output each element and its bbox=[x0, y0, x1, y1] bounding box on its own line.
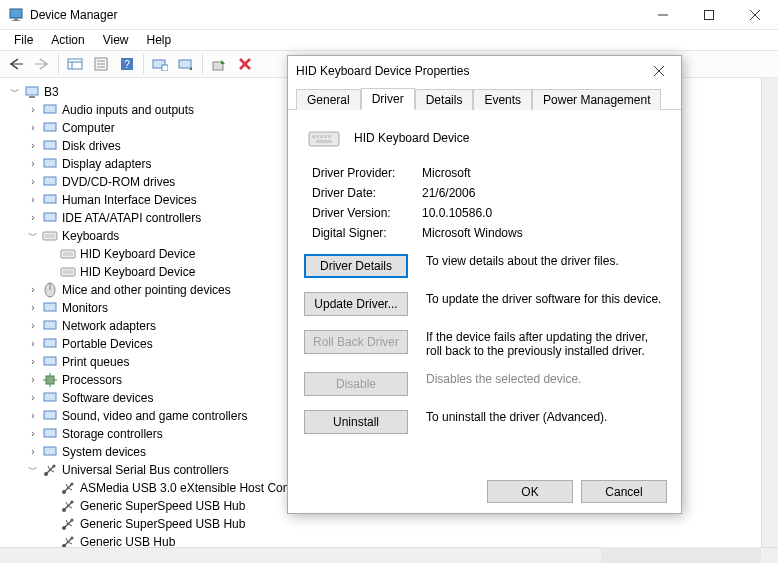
cancel-button[interactable]: Cancel bbox=[581, 480, 667, 503]
expand-icon[interactable]: › bbox=[26, 337, 40, 351]
collapse-icon[interactable]: ﹀ bbox=[26, 463, 40, 477]
usb-icon bbox=[60, 480, 76, 496]
device-category-icon bbox=[42, 354, 58, 370]
expand-icon[interactable]: › bbox=[26, 139, 40, 153]
tab-power-management[interactable]: Power Management bbox=[532, 89, 661, 110]
update-driver-button[interactable]: Update Driver... bbox=[304, 292, 408, 316]
enable-button[interactable] bbox=[207, 53, 231, 75]
menu-help[interactable]: Help bbox=[139, 31, 180, 49]
svg-rect-36 bbox=[61, 250, 75, 258]
expand-icon[interactable]: › bbox=[26, 103, 40, 117]
svg-rect-54 bbox=[44, 411, 56, 419]
expand-icon[interactable]: › bbox=[26, 301, 40, 315]
device-category-icon bbox=[42, 300, 58, 316]
svg-line-75 bbox=[68, 524, 72, 526]
tree-item[interactable]: Generic SuperSpeed USB Hub bbox=[44, 515, 761, 533]
expand-icon[interactable]: › bbox=[26, 373, 40, 387]
maximize-button[interactable] bbox=[686, 0, 732, 30]
svg-rect-1 bbox=[14, 18, 18, 20]
signer-label: Digital Signer: bbox=[312, 226, 422, 240]
minimize-button[interactable] bbox=[640, 0, 686, 30]
dialog-body: HID Keyboard Device Driver Provider:Micr… bbox=[288, 110, 681, 460]
tree-item-label: ASMedia USB 3.0 eXtensible Host Cont bbox=[80, 479, 293, 497]
svg-line-80 bbox=[68, 542, 72, 544]
menu-action[interactable]: Action bbox=[43, 31, 92, 49]
expand-icon[interactable]: › bbox=[26, 211, 40, 225]
tree-item-label: Display adapters bbox=[62, 155, 151, 173]
properties-button[interactable] bbox=[89, 53, 113, 75]
collapse-icon[interactable]: ﹀ bbox=[8, 85, 22, 99]
back-button[interactable] bbox=[4, 53, 28, 75]
expand-icon[interactable]: › bbox=[26, 175, 40, 189]
tree-item-label: Storage controllers bbox=[62, 425, 163, 443]
device-category-icon bbox=[42, 390, 58, 406]
uninstall-button[interactable] bbox=[233, 53, 257, 75]
tree-item-label: HID Keyboard Device bbox=[80, 263, 195, 281]
svg-text:?: ? bbox=[124, 59, 130, 70]
svg-point-74 bbox=[71, 519, 74, 522]
collapse-icon[interactable]: ﹀ bbox=[26, 229, 40, 243]
expand-icon[interactable]: › bbox=[26, 157, 40, 171]
help-button[interactable]: ? bbox=[115, 53, 139, 75]
svg-rect-56 bbox=[44, 447, 56, 455]
expand-icon[interactable]: › bbox=[26, 445, 40, 459]
svg-point-59 bbox=[53, 465, 56, 468]
expand-icon[interactable]: › bbox=[26, 319, 40, 333]
show-hidden-button[interactable] bbox=[63, 53, 87, 75]
rollback-driver-button: Roll Back Driver bbox=[304, 330, 408, 354]
svg-rect-4 bbox=[705, 10, 714, 19]
vertical-scrollbar[interactable] bbox=[761, 78, 778, 547]
scan-button[interactable] bbox=[148, 53, 172, 75]
tree-item[interactable]: Generic USB Hub bbox=[44, 533, 761, 547]
svg-rect-9 bbox=[68, 59, 82, 69]
forward-button[interactable] bbox=[30, 53, 54, 75]
separator bbox=[58, 54, 59, 74]
expand-icon[interactable]: › bbox=[26, 121, 40, 135]
horizontal-scrollbar[interactable] bbox=[601, 547, 761, 563]
svg-rect-46 bbox=[44, 339, 56, 347]
dialog-close-button[interactable] bbox=[645, 57, 673, 85]
tab-details[interactable]: Details bbox=[415, 89, 474, 110]
close-button[interactable] bbox=[732, 0, 778, 30]
device-category-icon bbox=[42, 174, 58, 190]
tree-item-label: Generic USB Hub bbox=[80, 533, 175, 547]
tree-item-label: Processors bbox=[62, 371, 122, 389]
expand-icon[interactable]: › bbox=[26, 409, 40, 423]
tab-driver[interactable]: Driver bbox=[361, 88, 415, 110]
tree-item-label: Monitors bbox=[62, 299, 108, 317]
dialog-titlebar: HID Keyboard Device Properties bbox=[288, 56, 681, 86]
svg-line-70 bbox=[68, 506, 72, 508]
device-category-icon bbox=[42, 372, 58, 388]
tree-root-label: B3 bbox=[44, 83, 59, 101]
svg-rect-48 bbox=[46, 376, 54, 384]
expand-icon[interactable]: › bbox=[26, 427, 40, 441]
expand-icon[interactable]: › bbox=[26, 283, 40, 297]
menu-view[interactable]: View bbox=[95, 31, 137, 49]
tab-general[interactable]: General bbox=[296, 89, 361, 110]
driver-details-button[interactable]: Driver Details bbox=[304, 254, 408, 278]
device-category-icon bbox=[42, 156, 58, 172]
expand-icon[interactable]: › bbox=[26, 355, 40, 369]
ok-button[interactable]: OK bbox=[487, 480, 573, 503]
menubar: File Action View Help bbox=[0, 30, 778, 50]
svg-line-71 bbox=[66, 502, 68, 506]
device-name: HID Keyboard Device bbox=[354, 131, 469, 145]
tree-item-label: Keyboards bbox=[62, 227, 119, 245]
device-category-icon bbox=[42, 408, 58, 424]
app-icon bbox=[8, 7, 24, 23]
svg-rect-20 bbox=[179, 60, 191, 68]
svg-rect-31 bbox=[44, 195, 56, 203]
device-category-icon bbox=[42, 444, 58, 460]
tree-item-label: System devices bbox=[62, 443, 146, 461]
svg-rect-85 bbox=[312, 135, 315, 138]
tab-events[interactable]: Events bbox=[473, 89, 532, 110]
tree-item-label: HID Keyboard Device bbox=[80, 245, 195, 263]
device-category-icon bbox=[42, 210, 58, 226]
update-driver-button[interactable] bbox=[174, 53, 198, 75]
expand-icon[interactable]: › bbox=[26, 193, 40, 207]
usb-icon bbox=[60, 498, 76, 514]
keyboard-icon bbox=[308, 128, 340, 148]
expand-icon[interactable]: › bbox=[26, 391, 40, 405]
uninstall-button[interactable]: Uninstall bbox=[304, 410, 408, 434]
menu-file[interactable]: File bbox=[6, 31, 41, 49]
